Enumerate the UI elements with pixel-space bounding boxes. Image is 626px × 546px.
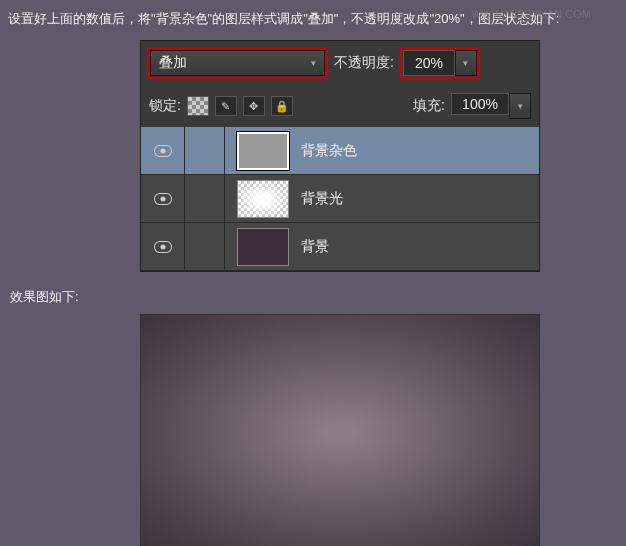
layer-name: 背景杂色 <box>301 142 357 160</box>
layers-panel: 叠加 ▾ 不透明度: 20% ▾ 锁定: ✎ ✥ 🔒 填充: 100% ▾ <box>140 40 540 272</box>
visibility-eye-icon[interactable] <box>154 145 172 157</box>
blend-mode-value: 叠加 <box>159 54 187 72</box>
lock-all-icon[interactable]: 🔒 <box>271 96 293 116</box>
layer-thumbnail[interactable] <box>237 180 289 218</box>
opacity-dropdown-button[interactable]: ▾ <box>455 50 477 76</box>
layer-row[interactable]: 背景杂色 <box>141 127 539 175</box>
result-preview <box>140 314 540 546</box>
watermark: WWW.MISSYUAN.COM <box>471 8 591 20</box>
blend-highlight: 叠加 ▾ <box>147 47 328 79</box>
visibility-eye-icon[interactable] <box>154 193 172 205</box>
chevron-down-icon: ▾ <box>311 58 316 68</box>
layer-indent <box>185 175 225 222</box>
blend-opacity-row: 叠加 ▾ 不透明度: 20% ▾ <box>141 41 539 85</box>
opacity-input[interactable]: 20% <box>403 50 455 76</box>
lock-label: 锁定: <box>149 97 181 115</box>
lock-move-icon[interactable]: ✥ <box>243 96 265 116</box>
layer-name: 背景 <box>301 238 329 256</box>
chevron-down-icon: ▾ <box>518 101 523 111</box>
layer-indent <box>185 127 225 174</box>
layers-list: 背景杂色 背景光 背景 <box>141 127 539 271</box>
lock-fill-row: 锁定: ✎ ✥ 🔒 填充: 100% ▾ <box>141 85 539 127</box>
fill-input[interactable]: 100% <box>451 93 509 115</box>
layer-row[interactable]: 背景 <box>141 223 539 271</box>
layer-row[interactable]: 背景光 <box>141 175 539 223</box>
opacity-label: 不透明度: <box>334 54 394 72</box>
blend-mode-dropdown[interactable]: 叠加 ▾ <box>150 50 325 76</box>
layer-indent <box>185 223 225 270</box>
lock-transparency-icon[interactable] <box>187 96 209 116</box>
fill-dropdown-button[interactable]: ▾ <box>509 93 531 119</box>
layer-thumbnail[interactable] <box>237 228 289 266</box>
chevron-down-icon: ▾ <box>463 58 468 68</box>
layer-thumbnail[interactable] <box>237 132 289 170</box>
lock-brush-icon[interactable]: ✎ <box>215 96 237 116</box>
visibility-eye-icon[interactable] <box>154 241 172 253</box>
fill-label: 填充: <box>413 97 445 115</box>
result-label: 效果图如下: <box>0 272 626 314</box>
layer-name: 背景光 <box>301 190 343 208</box>
opacity-highlight: 20% ▾ <box>400 47 480 79</box>
